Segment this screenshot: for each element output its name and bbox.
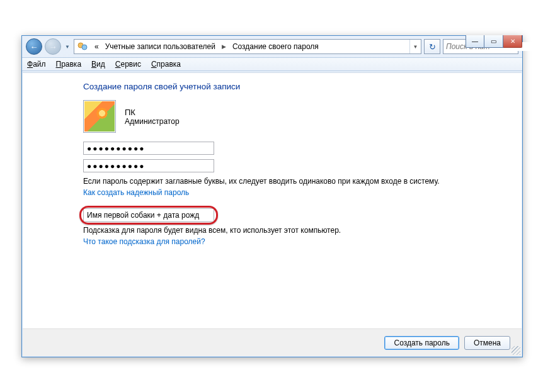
menu-view[interactable]: Вид	[91, 60, 105, 69]
menu-file[interactable]: Файл	[27, 60, 46, 69]
maximize-button[interactable]: ▭	[484, 35, 503, 48]
forward-button: →	[45, 38, 61, 55]
footer: Создать пароль Отмена	[23, 328, 522, 356]
what-is-hint-link[interactable]: Что такое подсказка для паролей?	[83, 237, 522, 246]
avatar-image	[84, 101, 115, 132]
refresh-button[interactable]: ↻	[424, 39, 440, 54]
password-hint-input[interactable]	[83, 208, 214, 222]
menu-tools[interactable]: Сервис	[115, 60, 141, 69]
refresh-icon: ↻	[429, 42, 436, 52]
hint-visibility-text: Подсказка для пароля будет видна всем, к…	[83, 226, 522, 235]
address-bar[interactable]: « Учетные записи пользователей ▶ Создани…	[74, 39, 421, 54]
window: — ▭ ✕ ← → ▼ « Учетные записи пользовател…	[21, 35, 523, 357]
strong-password-link[interactable]: Как создать надежный пароль	[83, 188, 522, 197]
case-warning-text: Если пароль содержит заглавные буквы, их…	[83, 177, 522, 186]
avatar	[83, 100, 116, 133]
minimize-button[interactable]: —	[466, 35, 484, 48]
chevron-right-icon: ▶	[219, 43, 229, 50]
password-confirm-input[interactable]	[83, 159, 214, 172]
create-password-button[interactable]: Создать пароль	[384, 336, 459, 350]
nav-bar: ← → ▼ « Учетные записи пользователей ▶ С…	[22, 36, 522, 57]
menu-edit[interactable]: Правка	[56, 60, 82, 69]
breadcrumb-user-accounts[interactable]: Учетные записи пользователей	[101, 42, 219, 51]
menu-help[interactable]: Справка	[151, 60, 181, 69]
user-info: ПК Администратор	[83, 100, 522, 133]
page-title: Создание пароля своей учетной записи	[83, 82, 522, 91]
content-area: Создание пароля своей учетной записи ПК …	[23, 72, 522, 356]
resize-grip[interactable]	[512, 346, 520, 355]
breadcrumb-prefix: «	[89, 42, 101, 51]
user-role: Администратор	[125, 117, 180, 126]
user-accounts-icon	[77, 42, 88, 52]
titlebar-controls: — ▭ ✕	[466, 35, 522, 48]
history-dropdown-icon[interactable]: ▼	[64, 41, 71, 52]
menu-bar: Файл Правка Вид Сервис Справка	[22, 57, 522, 71]
address-dropdown-icon[interactable]: ▼	[409, 40, 421, 53]
cancel-button[interactable]: Отмена	[464, 336, 510, 350]
username: ПК	[125, 108, 180, 117]
svg-point-1	[82, 45, 87, 50]
back-button[interactable]: ←	[26, 38, 42, 55]
password-input[interactable]	[83, 142, 214, 155]
close-button[interactable]: ✕	[503, 35, 522, 48]
breadcrumb-create-password[interactable]: Создание своего пароля	[229, 42, 323, 51]
